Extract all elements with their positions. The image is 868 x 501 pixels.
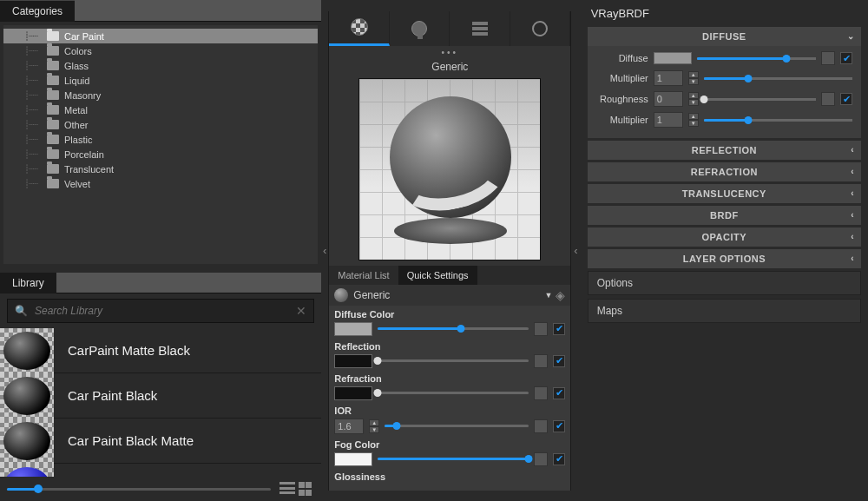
library-item-label: Car Paint Black Matte [54,433,194,448]
material-preview[interactable] [358,78,541,260]
clear-search-icon[interactable]: ✕ [296,304,306,318]
reflection-label: Reflection [334,341,565,352]
tab-settings[interactable] [510,11,571,46]
tree-item-colors[interactable]: ┊┈┈Colors [3,43,318,58]
tree-item-masonry[interactable]: ┊┈┈Masonry [3,88,318,102]
multiplier2-input[interactable] [654,112,683,128]
tab-quick-settings[interactable]: Quick Settings [398,266,477,285]
tab-material-list[interactable]: Material List [329,266,398,285]
tree-item-label: Other [64,120,89,130]
ior-slider[interactable] [385,425,529,427]
ior-input[interactable] [334,419,364,434]
library-item[interactable]: Car Paint Blue [0,464,321,477]
multiplier2-label: Multiplier [596,115,648,125]
library-footer [0,477,321,501]
spin-up[interactable]: ▲ [688,71,699,78]
ior-spin-up[interactable]: ▲ [369,419,379,426]
tree-item-liquid[interactable]: ┊┈┈Liquid [3,73,318,88]
maps-row[interactable]: Maps [588,299,861,323]
diffuse-checkbox[interactable]: ✔ [553,323,565,335]
list-view-icon[interactable] [279,482,295,496]
ior-label: IOR [334,405,565,416]
next-material-icon[interactable]: ‹ [571,244,580,257]
library-tab[interactable]: Library [0,273,56,293]
options-row[interactable]: Options [588,271,861,295]
diffuse-swatch[interactable] [654,52,692,64]
layer-options-section-header[interactable]: LAYER OPTIONS‹ [588,249,861,268]
reflection-map-button[interactable] [534,354,548,368]
library-list[interactable]: CarPaint Matte BlackCar Paint BlackCar P… [0,328,321,477]
roughness-label: Roughness [596,94,648,104]
tree-item-velvet[interactable]: ┊┈┈Velvet [3,176,318,191]
refraction-swatch[interactable] [334,386,372,400]
library-item[interactable]: CarPaint Matte Black [0,328,321,373]
tree-item-plastic[interactable]: ┊┈┈Plastic [3,132,318,147]
spin-down[interactable]: ▼ [688,78,699,85]
fog-slider[interactable] [378,458,529,460]
tree-item-glass[interactable]: ┊┈┈Glass [3,58,318,73]
pin-icon[interactable]: ◈ [556,288,565,302]
prev-material-icon[interactable]: ‹ [321,244,328,257]
roughness-checkbox[interactable]: ✔ [840,93,852,105]
reflection-checkbox[interactable]: ✔ [553,355,565,367]
material-selector: Generic ▼ ◈ [329,285,570,306]
roughness-map-button[interactable] [821,92,835,106]
tab-material[interactable] [329,11,390,46]
reflection-slider[interactable] [378,359,529,362]
tree-item-porcelain[interactable]: ┊┈┈Porcelain [3,147,318,162]
multiplier-input[interactable] [654,70,683,86]
thumbnail-size-slider[interactable] [7,488,271,491]
reflection-swatch[interactable] [334,354,372,368]
quick-settings-body: Diffuse Color ✔ Reflection ✔ Refra [329,306,570,491]
brdf-section-header[interactable]: BRDF‹ [588,206,861,225]
thumbnail [0,464,54,478]
fog-color-swatch[interactable] [334,452,372,466]
refraction-map-button[interactable] [534,386,548,400]
fog-map-button[interactable] [534,452,548,466]
diffuse-slider[interactable] [697,57,816,60]
refraction-section-header[interactable]: REFRACTION‹ [588,162,861,181]
category-tree[interactable]: ┊┈┈Car Paint┊┈┈Colors┊┈┈Glass┊┈┈Liquid┊┈… [3,25,318,264]
refraction-checkbox[interactable]: ✔ [553,387,565,399]
diffuse-color-swatch[interactable] [334,322,372,336]
diffuse-section-header[interactable]: DIFFUSE⌄ [588,27,861,46]
translucency-section-header[interactable]: TRANSLUCENCY‹ [588,184,861,203]
fog-checkbox[interactable]: ✔ [553,453,565,465]
material-name: Generic [353,289,541,301]
multiplier2-slider[interactable] [704,119,852,122]
tree-item-other[interactable]: ┊┈┈Other [3,117,318,132]
folder-icon [47,61,59,70]
spin-down[interactable]: ▼ [688,120,699,127]
diffuse-map-button[interactable] [821,51,835,65]
tab-light[interactable] [390,11,450,46]
categories-tab[interactable]: Categories [0,0,75,22]
spin-down[interactable]: ▼ [688,99,699,106]
roughness-slider[interactable] [704,98,816,101]
diffuse-map-button[interactable] [534,322,548,336]
opacity-section-header[interactable]: OPACITY‹ [588,227,861,247]
diffuse-slider[interactable] [378,327,529,330]
search-bar: 🔍 ✕ [7,299,314,323]
diffuse-checkbox[interactable]: ✔ [840,52,852,64]
ior-map-button[interactable] [534,419,548,433]
grid-view-icon[interactable] [299,482,314,496]
library-item[interactable]: Car Paint Black [0,373,321,419]
refraction-slider[interactable] [378,392,529,394]
tab-geometry[interactable] [450,11,510,46]
ior-checkbox[interactable]: ✔ [553,420,565,432]
library-item[interactable]: Car Paint Black Matte [0,419,321,464]
roughness-input[interactable] [654,91,683,107]
tree-item-translucent[interactable]: ┊┈┈Translucent [3,162,318,176]
ior-spin-down[interactable]: ▼ [369,426,379,433]
tree-item-metal[interactable]: ┊┈┈Metal [3,102,318,117]
chevron-left-icon: ‹ [851,145,854,155]
dropdown-icon[interactable]: ▼ [544,291,552,300]
spin-up[interactable]: ▲ [688,113,699,120]
tree-guide-icon: ┊┈┈ [24,76,43,85]
drag-handle-icon[interactable]: ••• [336,46,563,59]
spin-up[interactable]: ▲ [688,92,699,99]
search-input[interactable] [35,305,296,317]
multiplier-slider[interactable] [704,77,852,80]
reflection-section-header[interactable]: REFLECTION‹ [588,141,861,160]
tree-item-car-paint[interactable]: ┊┈┈Car Paint [3,29,318,43]
